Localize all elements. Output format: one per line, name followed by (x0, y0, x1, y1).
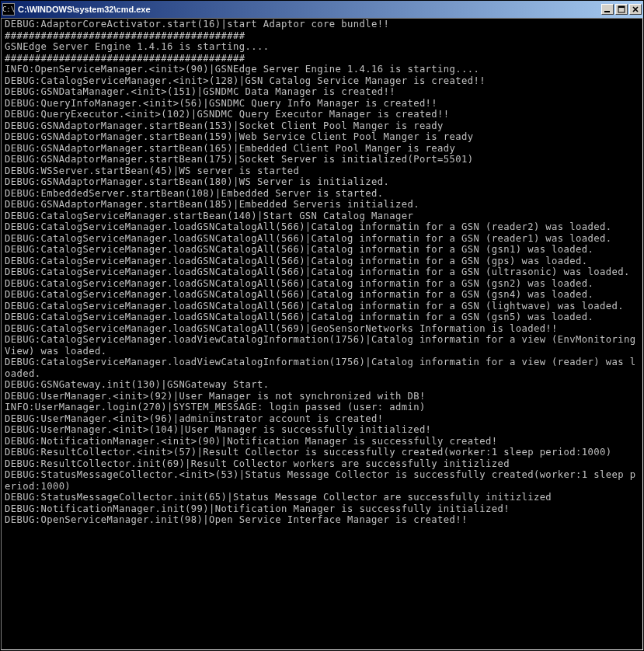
cmd-icon: C:\ (2, 3, 15, 16)
window-controls (601, 4, 642, 15)
minimize-icon (604, 5, 611, 13)
window-title: C:\WINDOWS\system32\cmd.exe (18, 5, 601, 14)
maximize-button[interactable] (615, 4, 628, 15)
titlebar[interactable]: C:\ C:\WINDOWS\system32\cmd.exe (1, 1, 643, 18)
console-area: DEBUG:AdaptorCoreActivator.start(16)|sta… (1, 18, 643, 650)
maximize-icon (618, 5, 625, 13)
cmd-window: C:\ C:\WINDOWS\system32\cmd.exe DEBUG:Ad… (0, 0, 644, 651)
minimize-button[interactable] (601, 4, 614, 15)
svg-rect-2 (618, 6, 625, 8)
svg-rect-0 (604, 11, 610, 12)
console-output[interactable]: DEBUG:AdaptorCoreActivator.start(16)|sta… (2, 19, 642, 649)
close-button[interactable] (629, 4, 642, 15)
close-icon (632, 5, 639, 13)
